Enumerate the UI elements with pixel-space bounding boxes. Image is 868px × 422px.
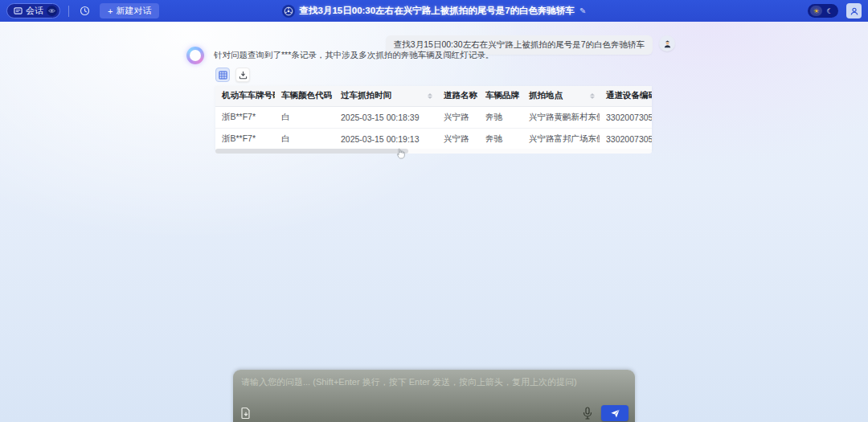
- cell-location: 兴宁路黄鹂新村东侧西: [522, 106, 600, 128]
- top-bar: 会话 + 新建对话 查找3月15日00:30左右在兴宁路上被抓拍的尾号是7的白色…: [0, 0, 868, 22]
- eye-icon[interactable]: [47, 6, 57, 16]
- user-account-button[interactable]: [846, 3, 862, 18]
- edit-title-icon[interactable]: ✎: [579, 6, 586, 15]
- session-button-label: 会话: [26, 5, 43, 17]
- send-paper-plane-icon: [610, 408, 620, 419]
- column-header-color[interactable]: 车辆颜色代码: [275, 86, 334, 106]
- topbar-divider: [68, 6, 69, 17]
- table-view-button[interactable]: [215, 68, 230, 82]
- cell-color: 白: [275, 106, 334, 128]
- composer-bottom-bar: [233, 404, 635, 422]
- result-toolbar: [215, 68, 250, 82]
- dark-mode-moon-icon[interactable]: ☾: [824, 6, 836, 16]
- new-chat-button[interactable]: + 新建对话: [100, 3, 159, 18]
- theme-toggle[interactable]: ☀ ☾: [808, 4, 838, 18]
- assistant-message-row: 针对问题查询到了***条记录，其中涉及多次抓拍的奔驰车辆及闯红灯记录。: [186, 47, 493, 64]
- plus-icon: +: [108, 6, 113, 16]
- person-icon: [850, 6, 859, 16]
- chat-window-icon: [14, 6, 23, 15]
- cell-device: 3302007305132: [600, 106, 652, 128]
- cell-plate: 浙B**F7*: [215, 128, 275, 150]
- light-mode-sun-icon[interactable]: ☀: [810, 6, 822, 16]
- column-header-brand[interactable]: 车辆品牌: [479, 86, 522, 106]
- microphone-icon[interactable]: [582, 407, 593, 420]
- column-header-plate[interactable]: 机动车车牌号码: [215, 86, 275, 106]
- loading-spinner-icon: [186, 47, 204, 64]
- cell-color: 白: [275, 128, 334, 150]
- assistant-badge-icon: [282, 5, 295, 18]
- conversation-title: 查找3月15日00:30左右在兴宁路上被抓拍的尾号是7的白色奔驰轿车: [300, 5, 575, 17]
- cell-road: 兴宁路: [437, 106, 479, 128]
- download-button[interactable]: [235, 68, 250, 82]
- question-input[interactable]: [241, 375, 627, 389]
- topbar-right: ☀ ☾: [808, 0, 862, 22]
- download-icon: [239, 71, 248, 80]
- results-table: 机动车车牌号码 车辆颜色代码 过车抓拍时间 道路名称 车辆品牌 抓拍地点 通道设…: [215, 86, 652, 150]
- cell-plate: 浙B**F7*: [215, 106, 275, 128]
- cell-location: 兴宁路富邦广场东侧西: [522, 128, 600, 150]
- table-horizontal-scrollbar[interactable]: [215, 149, 652, 154]
- cell-brand: 奔驰: [479, 128, 522, 150]
- table-row[interactable]: 浙B**F7* 白 2025-03-15 00:18:39 兴宁路 奔驰 兴宁路…: [215, 106, 652, 128]
- cell-time: 2025-03-15 00:19:13: [334, 128, 437, 150]
- cell-time: 2025-03-15 00:18:39: [334, 106, 437, 128]
- send-button[interactable]: [601, 405, 628, 421]
- column-header-location[interactable]: 抓拍地点: [522, 86, 600, 106]
- history-icon[interactable]: [77, 4, 92, 18]
- column-header-road[interactable]: 道路名称: [437, 86, 479, 106]
- message-composer: [233, 370, 635, 422]
- table-row[interactable]: 浙B**F7* 白 2025-03-15 00:19:13 兴宁路 奔驰 兴宁路…: [215, 128, 652, 150]
- cell-road: 兴宁路: [437, 128, 479, 150]
- sort-icon[interactable]: [590, 93, 595, 99]
- cell-brand: 奔驰: [479, 106, 522, 128]
- column-header-device[interactable]: 通道设备编码: [600, 86, 652, 106]
- attach-file-icon[interactable]: [240, 407, 252, 420]
- assistant-message-text: 针对问题查询到了***条记录，其中涉及多次抓拍的奔驰车辆及闯红灯记录。: [214, 47, 493, 61]
- user-avatar: [659, 35, 675, 51]
- table-header-row: 机动车车牌号码 车辆颜色代码 过车抓拍时间 道路名称 车辆品牌 抓拍地点 通道设…: [215, 86, 652, 106]
- scrollbar-thumb[interactable]: [215, 149, 408, 154]
- cell-device: 3302007305132: [600, 128, 652, 150]
- new-chat-label: 新建对话: [116, 5, 151, 17]
- app-screen: 会话 + 新建对话 查找3月15日00:30左右在兴宁路上被抓拍的尾号是7的白色…: [0, 0, 868, 422]
- table-icon: [219, 71, 227, 80]
- column-header-time[interactable]: 过车抓拍时间: [334, 86, 437, 106]
- sort-icon[interactable]: [428, 93, 432, 99]
- session-button[interactable]: 会话: [6, 3, 60, 18]
